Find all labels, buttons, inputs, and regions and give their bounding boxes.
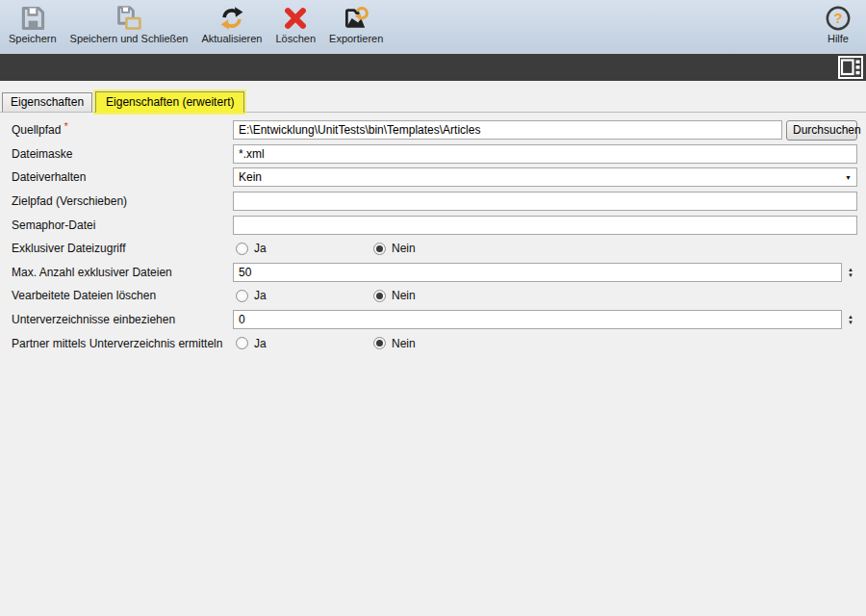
unterverzeichnisse-einbeziehen-input[interactable]: [233, 310, 842, 329]
field-row-partner-mittels-unterverzeichnis-ermitteln: Partner mittels Unterverzeichnis ermitte…: [12, 331, 857, 355]
field-control: JaNein: [233, 337, 857, 350]
toolbar-button-aktualisieren[interactable]: Aktualisieren: [194, 0, 268, 46]
field-control: JaNein: [233, 289, 857, 302]
radio-circle-icon: [373, 243, 386, 255]
dark-bar: [0, 54, 866, 81]
radio-circle-icon: [236, 243, 248, 255]
field-control: ▲▼: [233, 310, 857, 329]
help-button[interactable]: Hilfe: [818, 0, 858, 46]
delete-icon: [282, 5, 309, 32]
field-label: Dateiverhalten: [12, 170, 233, 184]
zielpfad-verschieben-input[interactable]: [233, 192, 857, 211]
field-label: Zielpfad (Verschieben): [12, 194, 233, 208]
save-icon: [19, 5, 46, 32]
toolbar-button-speichern[interactable]: Speichern: [2, 0, 64, 46]
quellpfad-input[interactable]: [233, 120, 782, 140]
toolbar-button-speichern-und-schliessen[interactable]: Speichern und Schließen: [64, 0, 195, 46]
chevron-down-icon: ▼: [845, 174, 852, 181]
field-control: [233, 216, 857, 235]
field-row-exklusiver-dateizugriff: Exklusiver DateizugriffJaNein: [12, 237, 857, 261]
toolbar-buttons: SpeichernSpeichern und SchließenAktualis…: [2, 0, 390, 46]
field-row-max-anzahl-exklusiver-dateien: Max. Anzahl exklusiver Dateien▲▼: [12, 261, 857, 285]
field-control: Durchsuchen: [233, 120, 857, 141]
field-control: [233, 144, 857, 164]
export-icon: [343, 5, 369, 32]
partner-mittels-unterverzeichnis-ermitteln-ja-radio[interactable]: Ja: [236, 337, 373, 350]
toolbar-button-exportieren[interactable]: Exportieren: [322, 0, 390, 46]
field-label: Exklusiver Dateizugriff: [12, 242, 233, 255]
field-row-vearbeitete-dateien-loeschen: Vearbeitete Dateien löschenJaNein: [12, 284, 857, 308]
layout-panel-icon[interactable]: [838, 56, 863, 79]
field-label: Partner mittels Unterverzeichnis ermitte…: [12, 337, 233, 350]
field-label: Dateimaske: [12, 147, 233, 161]
spinner-down-icon[interactable]: ▼: [848, 320, 853, 325]
field-label: Max. Anzahl exklusiver Dateien: [12, 266, 233, 279]
help-icon: [825, 5, 852, 32]
radio-option-label: Ja: [254, 337, 267, 350]
field-control: Kein▼: [233, 167, 857, 187]
refresh-icon: [218, 5, 245, 32]
dateimaske-input[interactable]: [233, 144, 857, 164]
radio-option-label: Ja: [254, 242, 267, 255]
toolbar-button-loeschen[interactable]: Löschen: [268, 0, 322, 46]
field-control: JaNein: [233, 242, 857, 255]
tab-strip: EigenschaftenEigenschaften (erweitert): [0, 91, 866, 113]
select-value: Kein: [239, 170, 262, 184]
dateiverhalten-select[interactable]: Kein▼: [233, 167, 857, 187]
properties-form: Quellpfad*DurchsuchenDateimaskeDateiverh…: [0, 113, 866, 355]
field-row-zielpfad-verschieben: Zielpfad (Verschieben): [12, 190, 857, 214]
field-label: Unterverzeichnisse einbeziehen: [12, 313, 233, 326]
toolbar-button-label: Speichern und Schließen: [70, 33, 189, 44]
app-window: SpeichernSpeichern und SchließenAktualis…: [0, 0, 866, 616]
radio-circle-icon: [236, 290, 248, 302]
max-anzahl-exklusiver-dateien-input[interactable]: [233, 263, 842, 282]
toolbar-button-label: Löschen: [275, 33, 316, 44]
max-anzahl-exklusiver-dateien-spinner: ▲▼: [844, 263, 857, 282]
exklusiver-dateizugriff-nein-radio[interactable]: Nein: [373, 242, 416, 255]
save-close-icon: [115, 5, 142, 32]
radio-circle-icon: [236, 337, 248, 349]
radio-option-label: Ja: [254, 289, 267, 302]
field-control: [233, 192, 857, 211]
field-row-semaphor-datei: Semaphor-Datei: [12, 213, 857, 237]
toolbar: SpeichernSpeichern und SchließenAktualis…: [0, 0, 866, 54]
tab-eigenschaften[interactable]: Eigenschaften: [2, 92, 92, 112]
field-row-quellpfad: Quellpfad*Durchsuchen: [12, 118, 857, 142]
radio-circle-icon: [373, 290, 386, 302]
field-label: Quellpfad*: [12, 123, 233, 137]
spinner-down-icon[interactable]: ▼: [848, 272, 853, 278]
field-row-dateiverhalten: DateiverhaltenKein▼: [12, 166, 857, 190]
field-label: Semaphor-Datei: [12, 218, 233, 232]
unterverzeichnisse-einbeziehen-spinner: ▲▼: [844, 310, 857, 329]
help-button-label: Hilfe: [828, 33, 849, 44]
partner-mittels-unterverzeichnis-ermitteln-nein-radio[interactable]: Nein: [373, 337, 416, 350]
durchsuchen-button[interactable]: Durchsuchen: [786, 120, 857, 141]
vearbeitete-dateien-loeschen-ja-radio[interactable]: Ja: [236, 289, 373, 302]
field-row-unterverzeichnisse-einbeziehen: Unterverzeichnisse einbeziehen▲▼: [12, 308, 857, 332]
field-control: ▲▼: [233, 263, 857, 282]
radio-option-label: Nein: [392, 289, 416, 302]
toolbar-button-label: Speichern: [9, 33, 57, 44]
field-label: Vearbeitete Dateien löschen: [12, 289, 233, 302]
field-row-dateimaske: Dateimaske: [12, 142, 857, 167]
required-asterisk: *: [64, 120, 67, 132]
toolbar-button-label: Aktualisieren: [201, 33, 262, 44]
exklusiver-dateizugriff-ja-radio[interactable]: Ja: [236, 242, 373, 255]
toolbar-button-label: Exportieren: [329, 33, 383, 44]
vearbeitete-dateien-loeschen-nein-radio[interactable]: Nein: [373, 289, 416, 302]
radio-option-label: Nein: [392, 242, 416, 255]
semaphor-datei-input[interactable]: [233, 216, 857, 235]
tab-eigenschaften-erweitert[interactable]: Eigenschaften (erweitert): [95, 91, 244, 113]
radio-option-label: Nein: [392, 337, 416, 350]
radio-circle-icon: [373, 337, 386, 349]
